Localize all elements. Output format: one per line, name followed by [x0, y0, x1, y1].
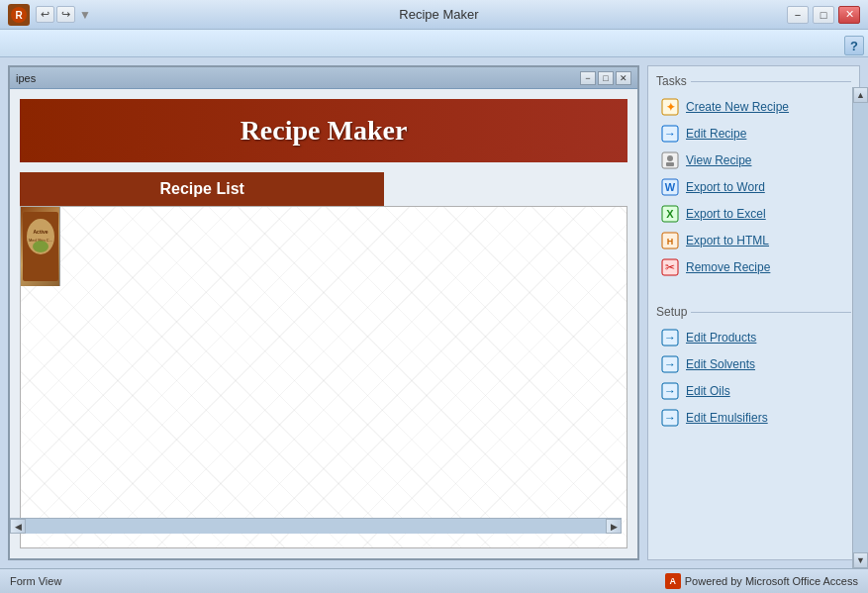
task-remove-recipe[interactable]: ✂ Remove Recipe [656, 254, 851, 280]
ribbon [0, 30, 868, 57]
undo-button[interactable]: ↩ [36, 6, 54, 23]
edit-solvents-icon: → [660, 354, 680, 374]
export-word-icon: W [660, 177, 680, 197]
edit-oils-label: Edit Oils [686, 384, 730, 398]
export-excel-icon: X [660, 204, 680, 224]
export-html-icon: H [660, 231, 680, 250]
doc-close-button[interactable]: ✕ [616, 71, 631, 85]
horizontal-scroll-track[interactable] [26, 519, 606, 534]
task-edit-emulsifiers[interactable]: → Edit Emulsifiers [656, 405, 851, 431]
undo-redo-group: ↩ ↪ ▼ [36, 6, 91, 23]
recipe-list-body: Active Med Skin C... [20, 206, 627, 548]
task-export-html[interactable]: H Export to HTML [656, 228, 851, 253]
view-recipe-label: View Recipe [686, 153, 751, 167]
edit-products-icon: → [660, 328, 680, 347]
tasks-label: Tasks [656, 74, 687, 88]
close-button[interactable]: ✕ [838, 6, 860, 24]
status-right: A Powered by Microsoft Office Access [665, 573, 858, 589]
edit-products-label: Edit Products [686, 331, 756, 345]
svg-point-6 [33, 241, 48, 252]
export-excel-label: Export to Excel [686, 207, 766, 221]
svg-text:✂: ✂ [665, 260, 675, 274]
main-area: ipes − □ ✕ Recipe Maker Recipe List Acti… [0, 57, 868, 568]
recipe-thumbnail: Active Med Skin C... [21, 207, 60, 286]
svg-text:→: → [664, 357, 676, 371]
tasks-section: Tasks ✦ Create New Recipe → [648, 66, 859, 285]
svg-text:R: R [15, 10, 23, 21]
scroll-down-button[interactable]: ▼ [853, 552, 868, 568]
svg-text:Active: Active [33, 229, 48, 235]
scroll-up-button[interactable]: ▲ [853, 87, 868, 103]
svg-text:H: H [667, 237, 674, 247]
svg-text:→: → [664, 127, 676, 141]
recipe-list-header: Recipe List [20, 172, 384, 206]
status-left: Form View [10, 575, 61, 587]
doc-titlebar: ipes − □ ✕ [10, 67, 637, 89]
task-export-word[interactable]: W Export to Word [656, 174, 851, 200]
ms-office-logo: A [665, 573, 681, 589]
vertical-scroll-track[interactable] [853, 103, 868, 552]
tasks-section-title: Tasks [656, 74, 851, 88]
app-icon: R [8, 4, 30, 26]
title-bar-left: R ↩ ↪ ▼ [8, 4, 91, 26]
app-title: Recipe Maker [40, 115, 608, 147]
edit-recipe-icon: → [660, 124, 680, 144]
svg-text:→: → [664, 384, 676, 398]
setup-label: Setup [656, 305, 687, 319]
maximize-button[interactable]: □ [813, 6, 834, 24]
task-edit-oils[interactable]: → Edit Oils [656, 378, 851, 404]
minimize-button[interactable]: − [787, 6, 809, 24]
svg-text:✦: ✦ [666, 101, 675, 113]
svg-text:→: → [664, 411, 676, 425]
svg-rect-13 [666, 162, 674, 166]
setup-divider [691, 312, 851, 313]
svg-text:W: W [665, 181, 676, 193]
svg-text:→: → [664, 331, 676, 345]
status-right-label: Powered by Microsoft Office Access [685, 575, 858, 587]
setup-section: Setup → Edit Products → [648, 297, 859, 436]
horizontal-scrollbar[interactable]: ◀ ▶ [10, 518, 622, 534]
export-word-label: Export to Word [686, 180, 765, 194]
doc-window: ipes − □ ✕ Recipe Maker Recipe List Acti… [8, 65, 639, 560]
redo-button[interactable]: ↪ [56, 6, 75, 23]
export-html-label: Export to HTML [686, 234, 769, 247]
edit-oils-icon: → [660, 381, 680, 401]
setup-section-title: Setup [656, 305, 851, 319]
svg-text:X: X [666, 208, 674, 220]
window-title: Recipe Maker [399, 7, 478, 22]
task-view-recipe[interactable]: View Recipe [656, 148, 851, 173]
recipe-list-container: Recipe List Active Med Skin C... [20, 172, 627, 548]
create-recipe-icon: ✦ [660, 97, 680, 117]
edit-emulsifiers-icon: → [660, 408, 680, 428]
doc-minimize-button[interactable]: − [580, 71, 596, 85]
edit-emulsifiers-label: Edit Emulsifiers [686, 411, 768, 425]
scroll-right-button[interactable]: ▶ [606, 519, 622, 534]
task-edit-solvents[interactable]: → Edit Solvents [656, 351, 851, 377]
edit-recipe-label: Edit Recipe [686, 127, 746, 141]
status-bar: Form View A Powered by Microsoft Office … [0, 568, 868, 593]
panel-spacer [648, 285, 859, 297]
tasks-divider [691, 81, 851, 82]
title-bar: R ↩ ↪ ▼ Recipe Maker − □ ✕ [0, 0, 868, 30]
right-panel: Tasks ✦ Create New Recipe → [647, 65, 860, 560]
header-banner: Recipe Maker [20, 99, 627, 162]
edit-solvents-label: Edit Solvents [686, 357, 755, 371]
task-export-excel[interactable]: X Export to Excel [656, 201, 851, 227]
remove-recipe-label: Remove Recipe [686, 260, 770, 274]
svg-point-12 [667, 155, 673, 161]
task-create-new-recipe[interactable]: ✦ Create New Recipe [656, 94, 851, 120]
view-recipe-icon [660, 150, 680, 170]
task-edit-recipe[interactable]: → Edit Recipe [656, 121, 851, 147]
window-controls: − □ ✕ [787, 6, 860, 24]
doc-restore-button[interactable]: □ [598, 71, 614, 85]
doc-window-buttons: − □ ✕ [580, 71, 631, 85]
create-recipe-label: Create New Recipe [686, 100, 789, 114]
outer-vertical-scrollbar[interactable]: ▲ ▼ [852, 87, 868, 568]
scroll-left-button[interactable]: ◀ [10, 519, 26, 534]
doc-title: ipes [16, 72, 36, 84]
task-edit-products[interactable]: → Edit Products [656, 325, 851, 350]
help-icon[interactable]: ? [844, 36, 864, 55]
remove-recipe-icon: ✂ [660, 257, 680, 277]
